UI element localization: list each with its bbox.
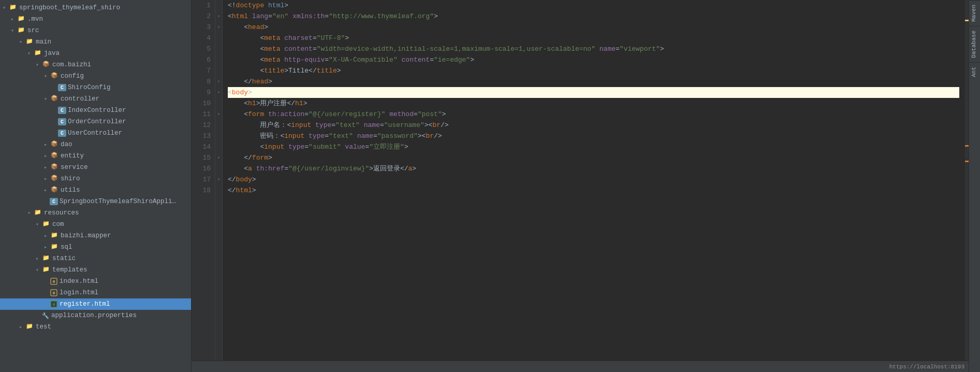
- tree-item-java[interactable]: 📁java: [0, 48, 191, 59]
- token-attr: value: [345, 141, 365, 152]
- folder-icon: 📁: [50, 243, 59, 251]
- fold-row-12: [215, 120, 222, 131]
- maven-tab[interactable]: Maven: [969, 0, 980, 26]
- tree-label: springboot_thymeleaf_shiro: [19, 4, 189, 11]
- code-content: <!doctype html><html lang="en" xmlns:th=…: [223, 0, 964, 361]
- fold-row-7: [215, 65, 222, 76]
- token-val: "width=device-width,initial-scale=1,maxi…: [317, 44, 595, 54]
- tree-item-service[interactable]: 📦service: [0, 162, 191, 173]
- token-kw: doctype: [236, 0, 265, 11]
- ant-tab[interactable]: Ant: [969, 62, 980, 81]
- folder-icon: 📁: [33, 49, 42, 58]
- tree-label: index.html: [60, 278, 189, 285]
- tree-item-root[interactable]: 📁springboot_thymeleaf_shiro: [0, 2, 191, 13]
- tree-item-register.html[interactable]: Hregister.html: [0, 298, 191, 310]
- tree-item-baizhi.mapper[interactable]: 📁baizhi.mapper: [0, 230, 191, 241]
- tree-arrow-open: [33, 267, 41, 273]
- tree-item-com.baizhi[interactable]: 📦com.baizhi: [0, 59, 191, 70]
- tree-item-entity[interactable]: 📦entity: [0, 150, 191, 162]
- tree-label: resources: [44, 209, 189, 217]
- tree-item-templates[interactable]: 📁templates: [0, 264, 191, 276]
- mini-mark-orange-1: [965, 145, 969, 147]
- line-number-3: 3: [194, 22, 211, 33]
- tree-item-src[interactable]: 📁src: [0, 25, 191, 36]
- tree-item-static[interactable]: 📁static: [0, 253, 191, 264]
- token-cn: [280, 44, 284, 54]
- token-kw: h1: [295, 98, 303, 109]
- tree-arrow-open: [25, 50, 33, 56]
- tree-item-SpringbootThymeleafShiroAppli[interactable]: CSpringbootThymeleafShiroAppli…: [0, 196, 191, 207]
- tree-item-dao[interactable]: 📦dao: [0, 139, 191, 150]
- tree-item-application.properties[interactable]: 🔧application.properties: [0, 310, 191, 321]
- tree-item-test[interactable]: 📁test: [0, 321, 191, 333]
- tree-label: java: [44, 50, 189, 57]
- fold-row-2[interactable]: ▾: [215, 11, 222, 22]
- token-attr: name: [364, 120, 380, 131]
- token-cn: [264, 109, 268, 120]
- tree-label: service: [61, 164, 189, 171]
- class-icon: C: [58, 130, 66, 137]
- folder-icon: 📁: [25, 38, 34, 46]
- package-icon: 📦: [50, 140, 59, 149]
- token-cn: [228, 109, 244, 120]
- token-lt: <: [287, 120, 291, 131]
- fold-row-15[interactable]: ▾: [215, 152, 222, 163]
- tree-item-sql[interactable]: 📁sql: [0, 241, 191, 253]
- tree-item-com[interactable]: 📁com: [0, 219, 191, 230]
- tree-item-utils[interactable]: 📦utils: [0, 184, 191, 196]
- token-kw: head: [252, 76, 268, 87]
- code-line-14: <input type="submit" value="立即注册">: [228, 141, 959, 152]
- fold-row-11[interactable]: ▾: [215, 109, 222, 120]
- folder-icon: 📁: [8, 4, 18, 12]
- token-lt: <: [228, 87, 232, 98]
- tree-item-index.html[interactable]: Hindex.html: [0, 276, 191, 287]
- fold-row-9[interactable]: ▾: [215, 87, 222, 98]
- fold-row-5: [215, 44, 222, 54]
- code-line-17: </body>: [228, 174, 959, 185]
- tree-item-shiro[interactable]: 📦shiro: [0, 173, 191, 184]
- fold-row-16: [215, 163, 222, 174]
- file-tree[interactable]: 📁springboot_thymeleaf_shiro📁.mvn📁src📁mai…: [0, 0, 192, 372]
- token-val: "UTF-8": [317, 33, 345, 44]
- fold-row-8[interactable]: ▾: [215, 76, 222, 87]
- code-line-2: <html lang="en" xmlns:th="http://www.thy…: [228, 11, 959, 22]
- fold-row-3[interactable]: ▾: [215, 22, 222, 33]
- tree-item-config[interactable]: 📦config: [0, 70, 191, 82]
- fold-row-17[interactable]: ▾: [215, 174, 222, 185]
- token-lt: />: [434, 131, 442, 141]
- database-tab[interactable]: Database: [969, 26, 980, 62]
- package-icon: 📦: [50, 186, 59, 194]
- tree-item-UserController[interactable]: CUserController: [0, 127, 191, 139]
- token-attr: type: [288, 141, 304, 152]
- token-lt: =: [373, 131, 377, 141]
- tree-label: IndexController: [68, 107, 189, 114]
- tree-label: static: [52, 255, 189, 262]
- code-line-18: </html>: [228, 185, 959, 196]
- token-cn: [228, 152, 244, 163]
- tree-label: dao: [61, 141, 189, 148]
- line-number-5: 5: [194, 44, 211, 54]
- tree-item-IndexController[interactable]: CIndexController: [0, 105, 191, 116]
- tree-label: application.properties: [51, 312, 189, 319]
- tree-label: entity: [61, 152, 189, 160]
- code-line-1: <!doctype html>: [228, 0, 959, 11]
- tree-item-OrderController[interactable]: COrderController: [0, 116, 191, 127]
- tree-item-resources[interactable]: 📁resources: [0, 207, 191, 219]
- folder-icon: 📁: [50, 232, 59, 240]
- folder-icon: 📁: [41, 220, 51, 228]
- tree-item-ShiroConfig[interactable]: CShiroConfig: [0, 82, 191, 93]
- tree-item-login.html[interactable]: Hlogin.html: [0, 287, 191, 298]
- token-attr: content: [284, 44, 313, 54]
- package-icon: 📦: [50, 95, 59, 103]
- token-kw: title: [317, 65, 337, 76]
- token-cn: [228, 163, 244, 174]
- tree-item-controller[interactable]: 📦controller: [0, 93, 191, 105]
- token-cn: [280, 54, 284, 65]
- line-number-7: 7: [194, 65, 211, 76]
- token-lt: >: [268, 76, 272, 87]
- tree-item-mvn[interactable]: 📁.mvn: [0, 13, 191, 25]
- token-lt: >: [434, 11, 438, 22]
- folder-icon: 📁: [17, 26, 26, 35]
- class-icon: C: [58, 107, 66, 114]
- tree-item-main[interactable]: 📁main: [0, 36, 191, 48]
